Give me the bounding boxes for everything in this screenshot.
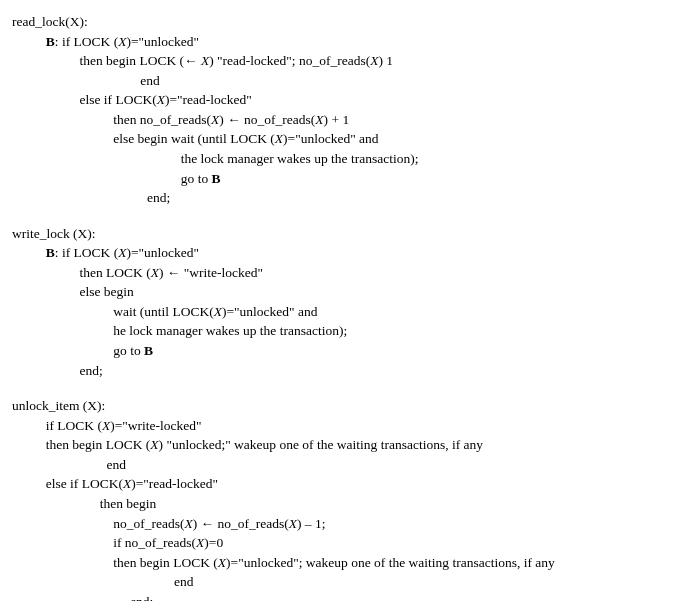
code-text: )="unlocked" <box>126 34 199 49</box>
code-text: if no_of_reads( <box>113 535 196 550</box>
code-text: end; <box>130 594 153 601</box>
line: B: if LOCK (X)="unlocked" <box>12 32 670 52</box>
line: else begin wait (until LOCK (X)="unlocke… <box>12 129 670 149</box>
code-text: )="unlocked" <box>126 245 199 260</box>
line: then LOCK (X) ← "write-locked" <box>12 263 670 283</box>
code-text: else if LOCK( <box>80 92 157 107</box>
line: go to B <box>12 169 670 189</box>
line: else begin <box>12 282 670 302</box>
code-text: ) "read-locked"; no_of_reads( <box>209 53 370 68</box>
unlock-item-block: unlock_item (X): if LOCK (X)="write-lock… <box>12 396 670 601</box>
var-x: X <box>201 53 209 68</box>
code-text: else begin <box>80 284 134 299</box>
code-text: then LOCK ( <box>80 265 151 280</box>
code-text: then begin LOCK (← <box>80 53 201 68</box>
code-text: )="unlocked" and <box>283 131 378 146</box>
line: he lock manager wakes up the transaction… <box>12 321 670 341</box>
code-text: then begin LOCK ( <box>46 437 151 452</box>
code-text: end; <box>80 363 103 378</box>
var-x: X <box>218 555 226 570</box>
line: then begin <box>12 494 670 514</box>
code-text: then begin <box>100 496 157 511</box>
line: end <box>12 572 670 592</box>
code-text: no_of_reads( <box>113 516 184 531</box>
line: end; <box>12 361 670 381</box>
var-x: X <box>150 437 158 452</box>
line: if LOCK (X)="write-locked" <box>12 416 670 436</box>
var-x: X <box>157 92 165 107</box>
var-x: X <box>123 476 131 491</box>
line: then no_of_reads(X) ← no_of_reads(X) + 1 <box>12 110 670 130</box>
code-text: end <box>107 457 127 472</box>
code-text: then begin LOCK ( <box>113 555 218 570</box>
var-x: X <box>275 131 283 146</box>
label-b: B <box>46 245 55 260</box>
code-text: : if LOCK ( <box>55 245 118 260</box>
label-b: B <box>144 343 153 358</box>
line: unlock_item (X): <box>12 396 670 416</box>
code-text: ) – 1; <box>297 516 326 531</box>
code-text: )="read-locked" <box>131 476 218 491</box>
line: end; <box>12 592 670 601</box>
var-x: X <box>315 112 323 127</box>
code-text: wait (until LOCK( <box>113 304 214 319</box>
line: go to B <box>12 341 670 361</box>
code-text: ) ← "write-locked" <box>159 265 263 280</box>
code-text: unlock_item (X): <box>12 398 105 413</box>
code-text: ) + 1 <box>324 112 350 127</box>
code-text: end <box>174 574 194 589</box>
line: else if LOCK(X)="read-locked" <box>12 474 670 494</box>
var-x: X <box>289 516 297 531</box>
code-text: ) "unlocked;" wakeup one of the waiting … <box>159 437 483 452</box>
code-text: )=0 <box>204 535 223 550</box>
var-x: X <box>184 516 192 531</box>
code-text: )="read-locked" <box>165 92 252 107</box>
code-text: )="unlocked" and <box>222 304 317 319</box>
code-text: ) ← no_of_reads( <box>193 516 289 531</box>
code-text: end <box>140 73 160 88</box>
line: B: if LOCK (X)="unlocked" <box>12 243 670 263</box>
line: then begin LOCK (X)="unlocked"; wakeup o… <box>12 553 670 573</box>
line: write_lock (X): <box>12 224 670 244</box>
code-text: he lock manager wakes up the transaction… <box>113 323 347 338</box>
code-text: )="write-locked" <box>110 418 201 433</box>
line: then begin LOCK (← X) "read-locked"; no_… <box>12 51 670 71</box>
line: end; <box>12 188 670 208</box>
code-text: write_lock (X): <box>12 226 96 241</box>
label-b: B <box>46 34 55 49</box>
line: no_of_reads(X) ← no_of_reads(X) – 1; <box>12 514 670 534</box>
code-text: else if LOCK( <box>46 476 123 491</box>
code-text: )="unlocked"; wakeup one of the waiting … <box>226 555 555 570</box>
var-x: X <box>102 418 110 433</box>
code-text: read_lock(X): <box>12 14 88 29</box>
write-lock-block: write_lock (X): B: if LOCK (X)="unlocked… <box>12 224 670 381</box>
line: wait (until LOCK(X)="unlocked" and <box>12 302 670 322</box>
line: the lock manager wakes up the transactio… <box>12 149 670 169</box>
line: read_lock(X): <box>12 12 670 32</box>
var-x: X <box>151 265 159 280</box>
code-text: if LOCK ( <box>46 418 102 433</box>
code-text: the lock manager wakes up the transactio… <box>181 151 419 166</box>
code-text: go to <box>113 343 144 358</box>
code-text: : if LOCK ( <box>55 34 118 49</box>
code-text: ) ← no_of_reads( <box>219 112 315 127</box>
code-text: ) 1 <box>378 53 393 68</box>
code-text: else begin wait (until LOCK ( <box>113 131 275 146</box>
code-text: end; <box>147 190 170 205</box>
line: else if LOCK(X)="read-locked" <box>12 90 670 110</box>
label-b: B <box>212 171 221 186</box>
code-text: then no_of_reads( <box>113 112 211 127</box>
code-text: go to <box>181 171 212 186</box>
line: end <box>12 71 670 91</box>
line: end <box>12 455 670 475</box>
line: then begin LOCK (X) "unlocked;" wakeup o… <box>12 435 670 455</box>
var-x: X <box>214 304 222 319</box>
line: if no_of_reads(X)=0 <box>12 533 670 553</box>
read-lock-block: read_lock(X): B: if LOCK (X)="unlocked" … <box>12 12 670 208</box>
